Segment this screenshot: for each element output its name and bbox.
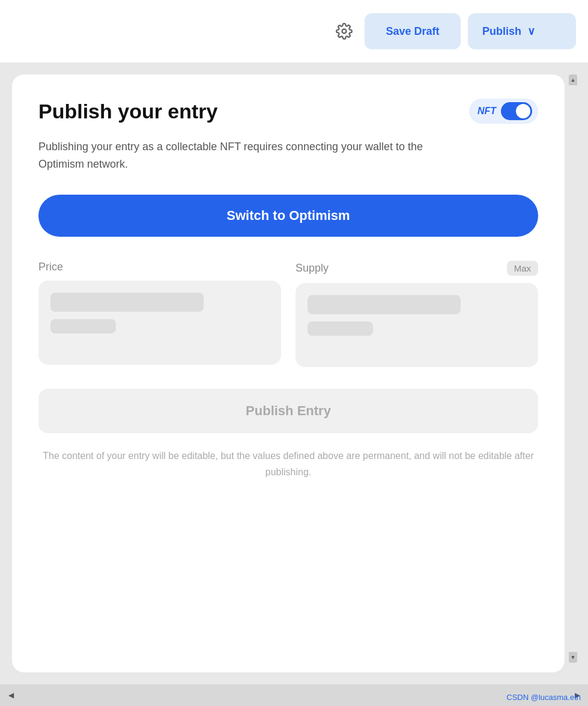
price-field-box[interactable] [38, 281, 281, 365]
supply-field-group: Supply Max [296, 261, 538, 367]
supply-field-box[interactable] [296, 283, 538, 367]
supply-skeleton-bar [308, 295, 461, 314]
price-skeleton-bar-small [50, 319, 116, 333]
supply-skeleton-bar-small [308, 321, 373, 336]
nft-toggle[interactable] [501, 102, 532, 120]
footer-note: The content of your entry will be editab… [38, 448, 538, 480]
main-area: Publish your entry NFT Publishing your e… [0, 62, 588, 684]
settings-icon[interactable] [331, 18, 357, 44]
toggle-thumb [516, 104, 530, 118]
supply-max-label: Max [507, 261, 538, 276]
panel-description: Publishing your entry as a collectable N… [38, 138, 459, 173]
publish-label: Publish [482, 25, 521, 38]
status-bar: CSDN @lucasma.eth [468, 688, 588, 706]
supply-label: Supply Max [296, 261, 538, 276]
user-label: CSDN @lucasma.eth [506, 693, 581, 702]
fields-row: Price Supply Max [38, 261, 538, 367]
nft-label: NFT [477, 106, 496, 117]
publish-panel: Publish your entry NFT Publishing your e… [12, 75, 565, 672]
toggle-track [501, 102, 532, 120]
price-label: Price [38, 261, 281, 273]
toolbar: Save Draft Publish ∨ [0, 0, 588, 62]
publish-button[interactable]: Publish ∨ [468, 13, 576, 49]
scroll-down-button[interactable]: ▼ [569, 652, 577, 663]
scroll-left-button[interactable]: ◀ [2, 687, 19, 704]
nft-toggle-wrapper[interactable]: NFT [469, 99, 538, 124]
save-draft-button[interactable]: Save Draft [365, 13, 461, 49]
chevron-down-icon: ∨ [527, 25, 535, 38]
panel-title: Publish your entry [38, 100, 218, 123]
panel-header: Publish your entry NFT [38, 99, 538, 124]
svg-point-0 [342, 29, 347, 34]
price-field-group: Price [38, 261, 281, 367]
switch-optimism-button[interactable]: Switch to Optimism [38, 195, 538, 237]
publish-entry-button[interactable]: Publish Entry [38, 389, 538, 433]
scroll-up-button[interactable]: ▲ [569, 75, 577, 85]
vertical-scrollbar: ▲ ▼ [569, 75, 577, 663]
price-skeleton-bar [50, 293, 204, 312]
